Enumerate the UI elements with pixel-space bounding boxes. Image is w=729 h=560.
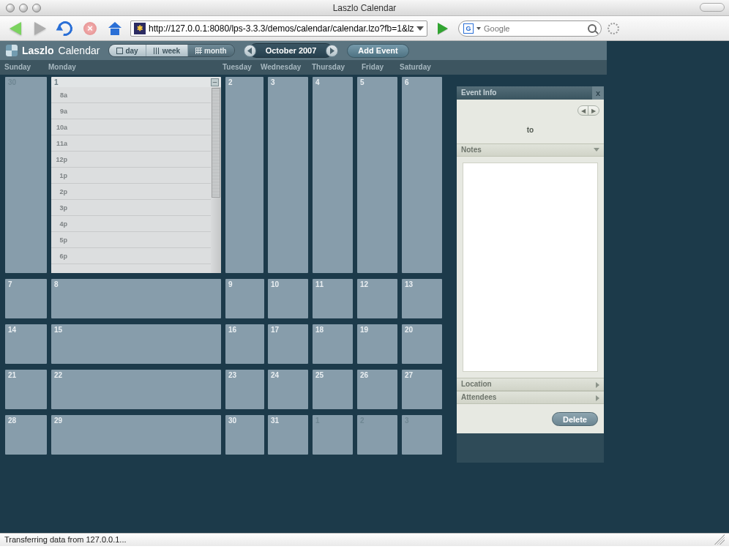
day-cell[interactable]: 31 xyxy=(268,415,308,455)
search-input[interactable] xyxy=(484,24,585,33)
url-history-dropdown[interactable] xyxy=(416,26,424,31)
app-logo: LaszloCalendar xyxy=(6,45,100,56)
next-month-button[interactable] xyxy=(326,45,338,57)
day-number: 11 xyxy=(315,280,324,288)
attendees-section-header[interactable]: Attendees xyxy=(457,391,604,404)
day-scrollbar[interactable] xyxy=(211,87,221,273)
day-number: 4 xyxy=(315,78,320,86)
activity-throbber-icon xyxy=(608,23,619,34)
url-bar[interactable]: ✱ xyxy=(130,20,427,37)
day-number: 1 xyxy=(315,417,320,425)
day-cell[interactable]: 30 xyxy=(225,415,264,455)
hour-label: 2p xyxy=(51,184,69,200)
day-cell[interactable]: 13 xyxy=(402,279,442,318)
weekday-header: Thursday xyxy=(307,60,357,75)
hour-grid[interactable] xyxy=(69,87,211,273)
day-cell[interactable]: 1–8a9a10a11a12p1p2p3p4p5p6p xyxy=(51,77,221,273)
day-number: 27 xyxy=(405,371,413,379)
url-input[interactable] xyxy=(149,22,414,35)
day-number: 18 xyxy=(315,326,324,334)
day-number: 19 xyxy=(360,326,368,334)
day-cell[interactable]: 25 xyxy=(313,370,353,409)
search-icon[interactable] xyxy=(588,24,597,33)
day-number: 2 xyxy=(228,78,233,86)
day-cell[interactable]: 24 xyxy=(268,370,308,409)
day-cell[interactable]: 5 xyxy=(357,77,397,273)
reload-button[interactable] xyxy=(56,20,75,37)
day-cell[interactable]: 4 xyxy=(313,77,353,273)
hour-label: 4p xyxy=(51,216,69,232)
home-button[interactable] xyxy=(105,20,124,37)
weekday-headers: SundayMondayTuesdayWednesdayThursdayFrid… xyxy=(0,60,607,75)
day-number: 8 xyxy=(54,280,59,288)
day-cell[interactable]: 15 xyxy=(51,324,221,364)
day-cell[interactable]: 9 xyxy=(225,279,264,318)
day-number: 24 xyxy=(271,371,279,379)
day-cell[interactable]: 1 xyxy=(313,415,353,455)
delete-button[interactable]: Delete xyxy=(552,412,598,426)
day-cell[interactable]: 12 xyxy=(357,279,397,318)
scrollbar-thumb[interactable] xyxy=(212,88,220,198)
day-cell[interactable]: 6 xyxy=(402,77,442,273)
day-number: 16 xyxy=(228,326,236,334)
notes-area xyxy=(457,157,604,378)
toolbar-grip-button[interactable] xyxy=(700,3,725,12)
day-cell[interactable]: 29 xyxy=(51,415,221,455)
day-cell[interactable]: 2 xyxy=(225,77,263,273)
day-cell[interactable]: 16 xyxy=(225,324,264,364)
tab-month[interactable]: month xyxy=(188,45,234,56)
panel-title: Event Info x xyxy=(457,86,604,100)
go-button[interactable] xyxy=(433,20,452,37)
hour-label: 8a xyxy=(51,87,69,103)
day-number: 23 xyxy=(228,371,236,379)
day-cell[interactable]: 17 xyxy=(268,324,308,364)
weekday-header: Monday xyxy=(44,60,218,75)
tab-day[interactable]: day xyxy=(109,45,146,56)
collapse-day-button[interactable]: – xyxy=(211,78,219,86)
day-number: 15 xyxy=(54,326,62,334)
weekday-header: Wednesday xyxy=(256,60,307,75)
next-event-button[interactable]: ▶ xyxy=(588,106,599,115)
prev-month-button[interactable] xyxy=(244,45,256,57)
day-cell[interactable]: 2 xyxy=(357,415,397,455)
stop-button[interactable]: × xyxy=(81,20,100,37)
day-number: 21 xyxy=(8,371,16,379)
browser-toolbar: × ✱ G xyxy=(0,16,729,41)
notes-section-header[interactable]: Notes xyxy=(457,143,604,157)
day-cell[interactable]: 8 xyxy=(51,279,221,318)
prev-event-button[interactable]: ◀ xyxy=(578,106,588,115)
day-cell[interactable]: 22 xyxy=(51,370,221,409)
back-button[interactable] xyxy=(6,20,25,37)
day-cell[interactable]: 14 xyxy=(5,324,47,364)
day-cell[interactable]: 3 xyxy=(402,415,442,455)
day-cell[interactable]: 21 xyxy=(5,370,47,409)
day-cell[interactable]: 19 xyxy=(357,324,397,364)
day-number: 17 xyxy=(271,326,279,334)
day-cell[interactable]: 11 xyxy=(313,279,353,318)
search-engine-dropdown[interactable] xyxy=(476,27,481,30)
day-cell[interactable]: 30 xyxy=(5,77,47,273)
day-cell[interactable]: 20 xyxy=(402,324,442,364)
day-cell[interactable]: 18 xyxy=(313,324,353,364)
close-panel-button[interactable]: x xyxy=(592,86,604,100)
day-cell[interactable]: 10 xyxy=(268,279,308,318)
hour-label: 11a xyxy=(51,135,69,152)
add-event-button[interactable]: Add Event xyxy=(347,44,408,58)
weekday-header: Saturday xyxy=(395,60,446,75)
day-number: 13 xyxy=(405,280,413,288)
day-number: 9 xyxy=(228,280,233,288)
day-cell[interactable]: 27 xyxy=(402,370,442,409)
day-cell[interactable]: 3 xyxy=(268,77,308,273)
tab-week[interactable]: week xyxy=(146,45,188,56)
day-cell[interactable]: 28 xyxy=(5,415,47,455)
day-cell[interactable]: 23 xyxy=(225,370,264,409)
forward-button[interactable] xyxy=(31,20,50,37)
location-section-header[interactable]: Location xyxy=(457,378,604,391)
hour-label: 12p xyxy=(51,152,69,168)
day-cell[interactable]: 26 xyxy=(357,370,397,409)
search-bar[interactable]: G xyxy=(458,20,602,37)
day-cell[interactable]: 7 xyxy=(5,279,47,318)
notes-textarea[interactable] xyxy=(463,163,598,372)
weekday-header: Friday xyxy=(357,60,395,75)
resize-handle-icon[interactable] xyxy=(714,534,725,545)
